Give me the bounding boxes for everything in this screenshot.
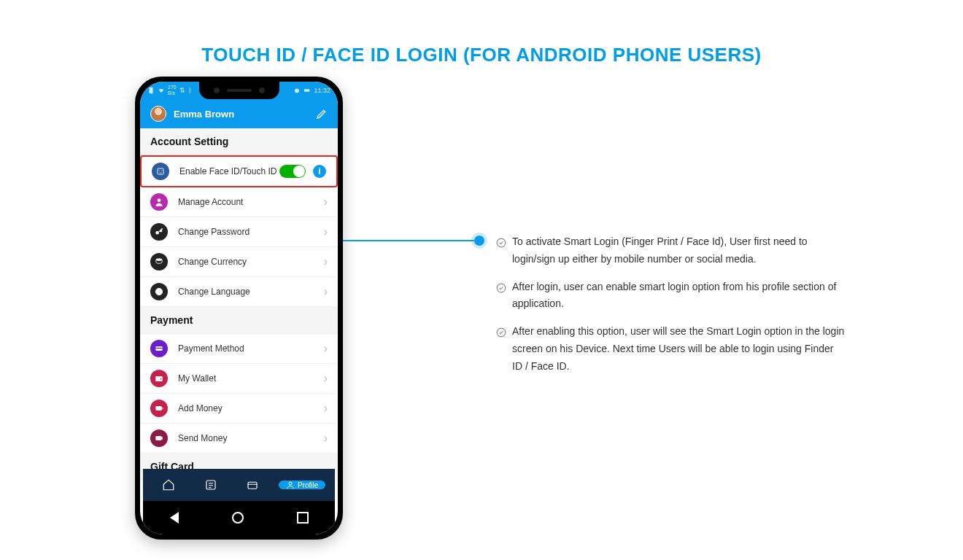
edit-icon[interactable]: [316, 108, 328, 120]
row-label: Send Money: [178, 433, 324, 443]
instruction-item: After login, user can enable smart login…: [496, 279, 846, 314]
svg-point-18: [497, 238, 506, 247]
recent-button[interactable]: [297, 512, 309, 524]
globe-icon: [150, 283, 168, 300]
row-add-money[interactable]: Add Money ›: [140, 394, 338, 424]
status-time: 11:32: [314, 87, 330, 94]
check-icon: [496, 281, 506, 292]
chevron-right-icon: ›: [324, 255, 328, 268]
row-label: My Wallet: [178, 373, 324, 384]
svg-point-19: [497, 284, 506, 292]
row-enable-faceid[interactable]: Enable Face ID/Touch ID i: [140, 155, 338, 187]
alarm-icon: [293, 87, 301, 94]
row-send-money[interactable]: Send Money ›: [140, 424, 338, 454]
row-label: Add Money: [178, 403, 324, 413]
svg-point-5: [161, 170, 162, 171]
section-header-payment: Payment: [140, 307, 338, 334]
chevron-right-icon: ›: [324, 195, 328, 209]
wifi-icon: [158, 87, 165, 94]
svg-point-6: [158, 198, 161, 202]
row-label: Payment Method: [178, 343, 324, 354]
instruction-item: After enabling this option, user will se…: [496, 323, 846, 375]
callout-connector: [343, 240, 474, 241]
svg-point-7: [155, 231, 159, 235]
phone-notch: [199, 82, 279, 99]
app-header: Emma Brown: [140, 99, 338, 128]
page-title: TOUCH ID / FACE ID LOGIN (FOR ANDROID PH…: [0, 0, 963, 88]
instruction-list: To activate Smart Login (Finger Print / …: [496, 233, 846, 386]
nav-profile-label: Profile: [298, 481, 318, 489]
chevron-right-icon: ›: [324, 372, 328, 385]
section-header-account: Account Setting: [140, 128, 338, 155]
nav-profile[interactable]: Profile: [279, 481, 325, 489]
card-icon: [150, 340, 168, 357]
svg-rect-0: [150, 88, 153, 93]
row-label: Change Currency: [178, 257, 324, 267]
bottom-nav: Profile: [143, 469, 335, 501]
instruction-text: After login, user can enable smart login…: [512, 281, 836, 310]
nav-list[interactable]: [195, 474, 227, 496]
faceid-icon: [152, 163, 169, 180]
send-money-icon: [150, 429, 168, 447]
avatar[interactable]: [150, 106, 166, 122]
row-label: Change Language: [178, 287, 324, 297]
chevron-right-icon: ›: [324, 225, 328, 238]
nfc-icon: ⇅: [179, 87, 185, 94]
profile-icon: [286, 481, 295, 489]
row-manage-account[interactable]: Manage Account ›: [140, 187, 338, 217]
coins-icon: [150, 253, 168, 271]
back-button[interactable]: [170, 512, 179, 524]
faceid-toggle[interactable]: [279, 165, 306, 178]
instruction-text: To activate Smart Login (Finger Print / …: [512, 236, 808, 265]
nav-wallet[interactable]: [236, 474, 268, 496]
home-button[interactable]: [232, 512, 244, 524]
row-label: Change Password: [178, 227, 324, 237]
instruction-item: To activate Smart Login (Finger Print / …: [496, 233, 846, 268]
key-icon: [150, 223, 168, 241]
user-icon: [150, 193, 168, 211]
svg-point-12: [160, 378, 161, 380]
info-icon[interactable]: i: [313, 165, 326, 178]
chevron-right-icon: ›: [324, 432, 328, 445]
row-my-wallet[interactable]: My Wallet ›: [140, 364, 338, 394]
bt-icon: ᛒ: [188, 87, 192, 94]
svg-rect-16: [248, 482, 257, 489]
row-change-language[interactable]: Change Language ›: [140, 277, 338, 307]
svg-point-1: [295, 89, 300, 93]
wallet-icon: [150, 370, 168, 387]
nav-home[interactable]: [152, 474, 185, 496]
user-name: Emma Brown: [174, 109, 234, 120]
row-label: Manage Account: [178, 197, 324, 207]
row-change-password[interactable]: Change Password ›: [140, 217, 338, 247]
svg-point-17: [289, 482, 292, 485]
svg-rect-2: [304, 89, 310, 91]
svg-point-20: [497, 328, 506, 337]
sim-icon: [147, 87, 155, 94]
chevron-right-icon: ›: [324, 402, 328, 415]
android-nav-bar: [143, 501, 335, 534]
check-icon: [496, 236, 506, 246]
row-label: Enable Face ID/Touch ID: [179, 166, 279, 176]
phone-mockup: 270 B/s ⇅ ᛒ 11:32 Emma Brown Account Set…: [135, 77, 343, 540]
chevron-right-icon: ›: [324, 342, 328, 355]
svg-rect-11: [155, 348, 162, 349]
svg-point-8: [156, 258, 162, 261]
row-payment-method[interactable]: Payment Method ›: [140, 334, 338, 364]
chevron-right-icon: ›: [324, 285, 328, 298]
add-money-icon: [150, 400, 168, 417]
check-icon: [496, 326, 506, 336]
battery-icon: [303, 87, 311, 94]
row-change-currency[interactable]: Change Currency ›: [140, 247, 338, 277]
data-speed: 270 B/s: [168, 85, 177, 96]
instruction-text: After enabling this option, user will se…: [512, 325, 844, 372]
svg-point-4: [159, 170, 160, 171]
svg-rect-3: [158, 168, 163, 174]
